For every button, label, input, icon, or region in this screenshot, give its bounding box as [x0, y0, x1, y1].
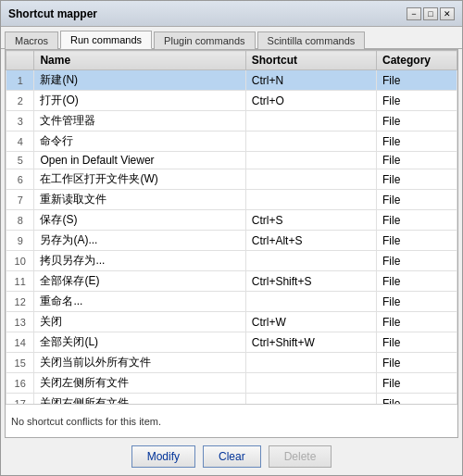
cell-shortcut: [245, 169, 376, 190]
table-body: 1新建(N)Ctrl+NFile2打开(O)Ctrl+OFile3文件管理器Fi…: [6, 70, 457, 405]
tab-plugin-commands[interactable]: Plugin commands: [154, 31, 255, 49]
cell-shortcut: [245, 373, 376, 394]
cell-name: 新建(N): [34, 70, 245, 91]
cell-category: File: [377, 132, 457, 152]
table-row[interactable]: 14全部关闭(L)Ctrl+Shift+WFile: [6, 332, 457, 353]
cell-shortcut: Ctrl+Alt+S: [245, 231, 376, 251]
cell-category: File: [377, 312, 457, 332]
cell-num: 11: [6, 271, 34, 292]
cell-num: 5: [6, 152, 34, 169]
cell-num: 4: [6, 132, 34, 152]
table-row[interactable]: 5Open in Default ViewerFile: [6, 152, 457, 169]
clear-button[interactable]: Clear: [203, 445, 261, 468]
cell-shortcut: [245, 353, 376, 373]
cell-num: 6: [6, 169, 34, 190]
col-category[interactable]: Category: [377, 51, 457, 70]
main-window: Shortcut mapper − □ ✕ Macros Run command…: [0, 0, 463, 476]
cell-category: File: [377, 394, 457, 405]
col-shortcut[interactable]: Shortcut: [245, 51, 376, 70]
cell-name: 命令行: [34, 132, 245, 152]
cell-name: 重命名...: [34, 292, 245, 312]
cell-num: 8: [6, 210, 34, 231]
table-row[interactable]: 2打开(O)Ctrl+OFile: [6, 91, 457, 111]
bottom-buttons: Modify Clear Delete: [1, 438, 462, 475]
cell-num: 13: [6, 312, 34, 332]
cell-num: 9: [6, 231, 34, 251]
cell-num: 7: [6, 190, 34, 210]
table-row[interactable]: 4命令行File: [6, 132, 457, 152]
table-row[interactable]: 6在工作区打开文件夹(W)File: [6, 169, 457, 190]
cell-category: File: [377, 271, 457, 292]
cell-num: 16: [6, 373, 34, 394]
table-row[interactable]: 12重命名...File: [6, 292, 457, 312]
close-button[interactable]: ✕: [440, 7, 455, 20]
table-row[interactable]: 11全部保存(E)Ctrl+Shift+SFile: [6, 271, 457, 292]
cell-shortcut: Ctrl+W: [245, 312, 376, 332]
table-row[interactable]: 1新建(N)Ctrl+NFile: [6, 70, 457, 91]
status-area: No shortcut conflicts for this item.: [6, 404, 457, 437]
cell-name: 在工作区打开文件夹(W): [34, 169, 245, 190]
tabs-bar: Macros Run commands Plugin commands Scin…: [1, 27, 462, 49]
cell-category: File: [377, 332, 457, 353]
table-row[interactable]: 13关闭Ctrl+WFile: [6, 312, 457, 332]
delete-button[interactable]: Delete: [269, 445, 332, 468]
table-row[interactable]: 7重新读取文件File: [6, 190, 457, 210]
shortcut-table-container[interactable]: Name Shortcut Category 1新建(N)Ctrl+NFile2…: [6, 50, 457, 404]
cell-shortcut: [245, 394, 376, 405]
table-header-row: Name Shortcut Category: [6, 51, 457, 70]
cell-num: 2: [6, 91, 34, 111]
tab-macros[interactable]: Macros: [5, 31, 58, 49]
cell-category: File: [377, 210, 457, 231]
cell-name: 关闭右侧所有文件: [34, 394, 245, 405]
cell-category: File: [377, 190, 457, 210]
cell-name: 打开(O): [34, 91, 245, 111]
cell-category: File: [377, 169, 457, 190]
cell-category: File: [377, 70, 457, 91]
cell-category: File: [377, 111, 457, 132]
cell-shortcut: [245, 251, 376, 271]
cell-category: File: [377, 353, 457, 373]
cell-name: 另存为(A)...: [34, 231, 245, 251]
cell-name: 拷贝另存为...: [34, 251, 245, 271]
cell-category: File: [377, 152, 457, 169]
cell-num: 3: [6, 111, 34, 132]
conflict-status: No shortcut conflicts for this item.: [11, 416, 161, 427]
cell-shortcut: Ctrl+S: [245, 210, 376, 231]
cell-name: 全部保存(E): [34, 271, 245, 292]
table-row[interactable]: 15关闭当前以外所有文件File: [6, 353, 457, 373]
table-row[interactable]: 10拷贝另存为...File: [6, 251, 457, 271]
modify-button[interactable]: Modify: [131, 445, 195, 468]
tab-run-commands[interactable]: Run commands: [60, 31, 152, 49]
cell-shortcut: Ctrl+Shift+S: [245, 271, 376, 292]
cell-category: File: [377, 251, 457, 271]
content-area: Name Shortcut Category 1新建(N)Ctrl+NFile2…: [5, 49, 458, 438]
table-row[interactable]: 8保存(S)Ctrl+SFile: [6, 210, 457, 231]
tab-scintilla-commands[interactable]: Scintilla commands: [257, 31, 366, 49]
cell-name: 保存(S): [34, 210, 245, 231]
table-row[interactable]: 3文件管理器File: [6, 111, 457, 132]
col-num: [6, 51, 34, 70]
col-name[interactable]: Name: [34, 51, 245, 70]
table-row[interactable]: 16关闭左侧所有文件File: [6, 373, 457, 394]
cell-name: Open in Default Viewer: [34, 152, 245, 169]
table-row[interactable]: 17关闭右侧所有文件File: [6, 394, 457, 405]
cell-shortcut: Ctrl+N: [245, 70, 376, 91]
cell-category: File: [377, 292, 457, 312]
cell-name: 文件管理器: [34, 111, 245, 132]
cell-shortcut: [245, 111, 376, 132]
cell-category: File: [377, 231, 457, 251]
cell-num: 15: [6, 353, 34, 373]
table-row[interactable]: 9另存为(A)...Ctrl+Alt+SFile: [6, 231, 457, 251]
cell-num: 17: [6, 394, 34, 405]
cell-shortcut: [245, 132, 376, 152]
cell-num: 14: [6, 332, 34, 353]
cell-name: 关闭左侧所有文件: [34, 373, 245, 394]
maximize-button[interactable]: □: [423, 7, 438, 20]
title-bar: Shortcut mapper − □ ✕: [1, 1, 462, 27]
cell-num: 10: [6, 251, 34, 271]
cell-shortcut: [245, 292, 376, 312]
window-controls: − □ ✕: [407, 7, 455, 20]
cell-category: File: [377, 91, 457, 111]
cell-name: 关闭: [34, 312, 245, 332]
minimize-button[interactable]: −: [407, 7, 421, 20]
